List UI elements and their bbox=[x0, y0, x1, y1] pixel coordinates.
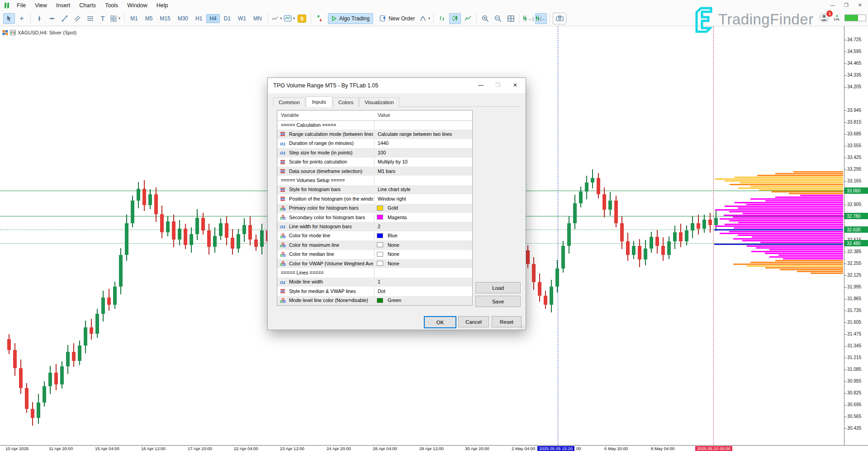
value-cell[interactable]: Blue bbox=[388, 233, 398, 238]
timeframe-m1[interactable]: M1 bbox=[127, 14, 141, 23]
price-axis[interactable]: 34.72534.59534.46534.33534.20533.94533.8… bbox=[844, 26, 868, 445]
shapes-tool-button[interactable]: ▾ bbox=[109, 13, 121, 24]
timeframe-m30[interactable]: M30 bbox=[175, 14, 191, 23]
candlestick-chart-button[interactable] bbox=[449, 13, 461, 24]
quotes-button[interactable]: $ bbox=[296, 13, 308, 24]
menu-window[interactable]: Window bbox=[123, 1, 152, 10]
channel-tool-button[interactable] bbox=[71, 13, 83, 24]
menu-charts[interactable]: Charts bbox=[75, 1, 100, 10]
auto-scroll-button[interactable]: |← bbox=[535, 13, 547, 24]
line-chart-button[interactable] bbox=[462, 13, 474, 24]
bar-chart-button[interactable] bbox=[436, 13, 448, 24]
table-row[interactable]: O1Mode line width1 bbox=[277, 278, 472, 287]
crosshair-tool-button[interactable]: + bbox=[16, 13, 28, 24]
timeframe-mn[interactable]: MN bbox=[250, 14, 265, 23]
value-cell[interactable]: 1440 bbox=[378, 140, 389, 146]
table-row[interactable]: O1Duration of range (in minutes)1440 bbox=[277, 139, 472, 148]
timeframe-w1[interactable]: W1 bbox=[235, 14, 249, 23]
table-row[interactable]: ===== Volumes Setup ===== bbox=[277, 176, 472, 185]
new-order-button[interactable]: New Order bbox=[376, 13, 418, 24]
timeframe-h1[interactable]: H1 bbox=[192, 14, 205, 23]
timeframe-h4[interactable]: H4 bbox=[206, 14, 219, 23]
notifications-button[interactable]: 1 bbox=[819, 13, 829, 23]
timeframe-d1[interactable]: D1 bbox=[221, 14, 234, 23]
save-button[interactable]: Save bbox=[475, 296, 521, 307]
table-row[interactable]: Style for histogram barsLine chart style bbox=[277, 185, 472, 194]
tab-common[interactable]: Common bbox=[273, 97, 305, 107]
reset-button[interactable]: Reset bbox=[492, 316, 522, 327]
indicators-button[interactable]: ▾ bbox=[419, 13, 431, 24]
value-cell[interactable]: 1 bbox=[378, 279, 380, 284]
menu-tools[interactable]: Tools bbox=[100, 1, 123, 10]
notification-badge: 1 bbox=[826, 10, 833, 17]
value-cell[interactable]: Calculate range between two lines bbox=[378, 131, 452, 137]
value-cell[interactable]: Green bbox=[388, 297, 401, 303]
trading-finder-watermark: TradingFinder bbox=[691, 5, 814, 34]
window-restore-button[interactable]: ❐ bbox=[841, 1, 852, 9]
menu-help[interactable]: Help bbox=[152, 1, 173, 10]
tab-inputs[interactable]: Inputs bbox=[306, 96, 332, 107]
table-row[interactable]: ===== Calculation ===== bbox=[277, 120, 472, 130]
value-cell[interactable]: None bbox=[388, 242, 399, 248]
fibonacci-tool-button[interactable] bbox=[84, 13, 96, 24]
load-button[interactable]: Load bbox=[475, 282, 521, 293]
value-cell[interactable]: M1 bars bbox=[378, 168, 395, 174]
table-row[interactable]: O1Line width for histogram bars2 bbox=[277, 222, 472, 231]
value-cell[interactable]: Magenta bbox=[388, 215, 407, 220]
value-cell[interactable]: Gold bbox=[388, 205, 398, 211]
screenshot-button[interactable] bbox=[553, 13, 566, 24]
table-row[interactable]: Primary color for histogram barsGold bbox=[277, 204, 472, 213]
ok-button[interactable]: OK bbox=[424, 316, 456, 328]
zoom-out-button[interactable] bbox=[492, 13, 504, 24]
table-row[interactable]: Color for mode lineBlue bbox=[277, 231, 472, 240]
tile-windows-button[interactable] bbox=[505, 13, 517, 24]
value-cell[interactable]: Window right bbox=[378, 196, 406, 202]
table-row[interactable]: Style for median & VWAP linesDot bbox=[277, 287, 472, 296]
value-cell[interactable]: 100 bbox=[378, 150, 386, 155]
tab-colors[interactable]: Colors bbox=[333, 97, 359, 107]
shift-end-button[interactable]: →| bbox=[522, 13, 534, 24]
timeframe-m15[interactable]: M15 bbox=[157, 14, 173, 23]
chart-type-button[interactable]: ▾ bbox=[271, 13, 283, 24]
table-row[interactable]: Color for VWAP (Volume Weighted Ave...No… bbox=[277, 259, 472, 268]
value-cell[interactable]: Line chart style bbox=[378, 187, 411, 192]
table-row[interactable]: Color for median lineNone bbox=[277, 250, 472, 259]
cancel-button[interactable]: Cancel bbox=[458, 316, 489, 327]
vertical-line-tool-button[interactable] bbox=[33, 13, 45, 24]
table-row[interactable]: ===== Lines ===== bbox=[277, 268, 472, 277]
table-row[interactable]: Scale for points calculationMultiply by … bbox=[277, 158, 472, 167]
value-cell[interactable]: Dot bbox=[378, 288, 385, 294]
dialog-close-button[interactable]: ✕ bbox=[507, 80, 524, 91]
value-cell[interactable]: None bbox=[388, 251, 399, 257]
menu-insert[interactable]: Insert bbox=[52, 1, 75, 10]
table-row[interactable]: Secondary color for histogram barsMagent… bbox=[277, 213, 472, 222]
table-row[interactable]: Mode level line color (None=disable)Gree… bbox=[277, 296, 472, 305]
window-close-button[interactable]: ✕ bbox=[854, 1, 865, 9]
algo-trading-button[interactable]: Algo Trading bbox=[328, 13, 373, 24]
level-indicator[interactable]: ▲ LVL bbox=[834, 14, 840, 21]
cursor-tool-button[interactable] bbox=[3, 13, 15, 24]
table-row[interactable]: Range calculation mode (between lines...… bbox=[277, 130, 472, 139]
time-axis[interactable]: 10 Apr 202511 Apr 20:0015 Apr 04:0016 Ap… bbox=[0, 445, 868, 451]
menu-view[interactable]: View bbox=[30, 1, 52, 10]
table-row[interactable]: Color for maximum lineNone bbox=[277, 240, 472, 249]
resize-grip[interactable] bbox=[520, 324, 524, 328]
dialog-minimize-button[interactable]: — bbox=[472, 80, 489, 91]
value-cell[interactable]: 2 bbox=[378, 224, 380, 229]
value-cell[interactable]: Multiply by 10 bbox=[378, 159, 408, 164]
text-tool-button[interactable]: T bbox=[97, 13, 109, 24]
window-minimize-button[interactable]: — bbox=[827, 1, 838, 9]
table-row[interactable]: Data source (timeframe selection)M1 bars bbox=[277, 167, 472, 176]
table-row[interactable]: Position of the histogram (on the windo.… bbox=[277, 194, 472, 203]
indicator-window-button[interactable]: ▾ bbox=[284, 13, 295, 24]
timeframe-m5[interactable]: M5 bbox=[142, 14, 156, 23]
buy-sell-arrows-button[interactable] bbox=[314, 13, 326, 24]
value-cell[interactable]: None bbox=[388, 261, 399, 266]
dialog-title-bar[interactable]: TPO Volume Range MT5 - By TFLab 1.05 — ❐… bbox=[268, 78, 526, 93]
trendline-tool-button[interactable] bbox=[59, 13, 71, 24]
horizontal-line-tool-button[interactable] bbox=[46, 13, 58, 24]
zoom-in-button[interactable] bbox=[479, 13, 491, 24]
table-row[interactable]: O1Step size for mode (in points)100 bbox=[277, 148, 472, 157]
menu-file[interactable]: File bbox=[12, 1, 30, 10]
tab-visualization[interactable]: Visualization bbox=[359, 97, 399, 107]
